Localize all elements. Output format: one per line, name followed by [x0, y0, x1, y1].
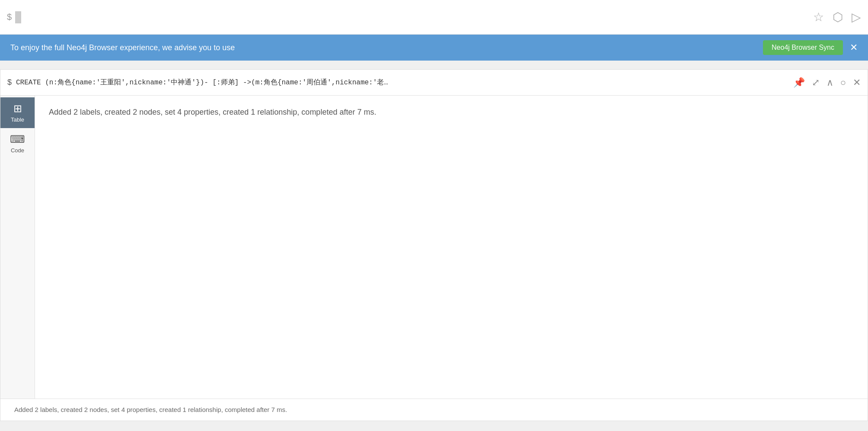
table-label: Table	[11, 116, 24, 123]
pin-icon[interactable]: 📌	[793, 77, 805, 88]
spacer	[0, 61, 868, 69]
sidebar-item-code[interactable]: ⌨ Code	[0, 128, 35, 159]
close-query-icon[interactable]: ✕	[853, 77, 861, 88]
banner-close-button[interactable]: ✕	[850, 42, 858, 53]
command-actions: ☆ ⬡ ▷	[813, 11, 861, 23]
sidebar: ⊞ Table ⌨ Code	[0, 96, 35, 399]
code-label: Code	[11, 147, 24, 154]
command-bar: $ ☆ ⬡ ▷	[0, 0, 868, 35]
content-area: ⊞ Table ⌨ Code Added 2 labels, created 2…	[0, 96, 868, 399]
result-panel: $ CREATE (n:角色{name:'王重阳',nickname:'中神通'…	[0, 69, 868, 421]
command-cursor	[15, 11, 21, 23]
code-icon: ⌨	[10, 133, 25, 145]
status-text: Added 2 labels, created 2 nodes, set 4 p…	[14, 406, 287, 413]
collapse-icon[interactable]: ∧	[827, 77, 833, 88]
status-bar: Added 2 labels, created 2 nodes, set 4 p…	[0, 399, 868, 421]
query-text: CREATE (n:角色{name:'王重阳',nickname:'中神通'})…	[16, 78, 793, 87]
dollar-sign: $	[7, 12, 12, 22]
expand-icon[interactable]: ⤢	[812, 77, 820, 88]
result-message: Added 2 labels, created 2 nodes, set 4 p…	[49, 106, 854, 119]
query-header-actions: 📌 ⤢ ∧ ○ ✕	[793, 77, 861, 88]
query-dollar-sign: $	[7, 78, 12, 87]
neo4j-browser-sync-button[interactable]: Neo4j Browser Sync	[763, 40, 843, 55]
refresh-icon[interactable]: ○	[840, 77, 846, 88]
eraser-icon[interactable]: ⬡	[833, 11, 843, 23]
result-content: Added 2 labels, created 2 nodes, set 4 p…	[35, 96, 868, 399]
query-header: $ CREATE (n:角色{name:'王重阳',nickname:'中神通'…	[0, 70, 868, 96]
run-icon[interactable]: ▷	[852, 11, 861, 23]
table-icon: ⊞	[13, 103, 22, 115]
sidebar-item-table[interactable]: ⊞ Table	[0, 97, 35, 128]
star-icon[interactable]: ☆	[813, 11, 824, 23]
banner-text: To enjoy the full Neo4j Browser experien…	[10, 43, 756, 52]
command-prompt: $	[7, 11, 813, 23]
notification-banner: To enjoy the full Neo4j Browser experien…	[0, 35, 868, 61]
